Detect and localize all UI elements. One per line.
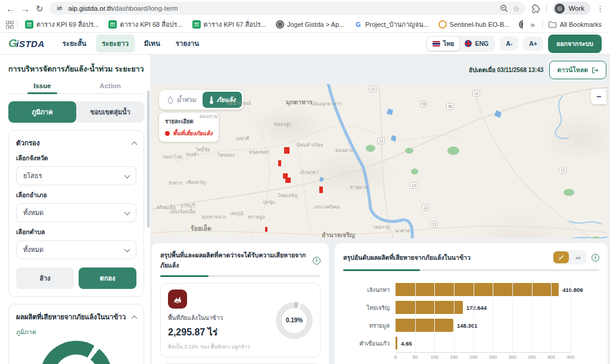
axis-tick-label: 200 xyxy=(469,354,477,360)
mode-basin-button[interactable]: ขอบเขตลุ่มน้ำ xyxy=(76,101,144,123)
uk-flag-icon xyxy=(465,40,472,47)
address-bar[interactable]: aip.gistda.or.th/dashboard/long-term ☆ xyxy=(49,2,526,15)
damage-title: ผลผลิตที่เสียหายจากภัยแล้งในนาข้าว xyxy=(16,312,126,322)
flood-layer-button[interactable]: น้ำท่วม xyxy=(161,92,203,108)
summary-card: สรุปพื้นที่และผลผลิตที่คาดว่าจะได้รับควา… xyxy=(152,243,329,364)
apps-grid-icon[interactable] xyxy=(6,21,14,29)
back-button[interactable]: ← xyxy=(6,4,15,13)
drought-risk-zone[interactable] xyxy=(265,227,267,232)
bookmarks-divider xyxy=(17,20,18,29)
bookmarks-overflow-button[interactable]: » xyxy=(527,20,538,29)
gridline xyxy=(415,281,416,352)
forward-button[interactable]: → xyxy=(21,4,30,13)
sidebar-scrollbar[interactable] xyxy=(147,91,150,228)
bar[interactable] xyxy=(396,337,397,350)
bookmark-item[interactable]: Sentinel-hub EO-B... xyxy=(435,18,513,30)
production-metric-button[interactable] xyxy=(553,251,569,263)
bookmark-item[interactable]: ตาราง KPI 69 สื่อปร... xyxy=(21,17,102,32)
bar[interactable] xyxy=(396,301,463,314)
subdistrict-select[interactable]: ทั้งหมด xyxy=(16,240,136,259)
download-button[interactable]: ดาวน์โหลด xyxy=(549,61,606,79)
browser-menu-button[interactable]: ⋮ xyxy=(596,5,604,13)
profile-button[interactable]: Work xyxy=(553,2,590,15)
lang-english-button[interactable]: ENG xyxy=(459,37,494,51)
map[interactable]: น้ำท่วม ภัยแล้ง รายละเอียด พื้นที่เสี่ยง… xyxy=(152,84,608,238)
axis-tick-label: 350 xyxy=(528,354,536,360)
browser-toolbar: ← → ↻ aip.gistda.or.th/dashboard/long-te… xyxy=(0,0,610,17)
font-decrease-button[interactable]: A- xyxy=(500,36,518,51)
map-legend-item: พื้นที่เสี่ยงภัยแล้ง xyxy=(165,129,213,138)
extensions-icon[interactable] xyxy=(531,4,540,13)
map-place-label: เสนางคนิคม xyxy=(314,203,340,211)
province-select[interactable]: ยโสธร xyxy=(16,166,136,185)
bookmark-item[interactable] xyxy=(515,18,523,30)
map-place-label: ชานุมาน xyxy=(350,183,368,191)
damage-header[interactable]: ผลผลิตที่เสียหายจากภัยแล้งในนาข้าว xyxy=(16,312,136,322)
site-settings-icon[interactable] xyxy=(55,4,64,13)
thermometer-icon xyxy=(209,96,214,104)
axis-tick-label: 400 xyxy=(547,354,555,360)
drought-risk-zone[interactable] xyxy=(278,160,281,166)
gistda-logo[interactable]: GiSTDA xyxy=(8,37,45,50)
axis-tick-label: 250 xyxy=(489,354,497,360)
area-metric-button[interactable] xyxy=(570,251,586,263)
filter-panel: ตัวกรอง เลือกจังหวัด ยโสธร เลือกอำเภอ ทั… xyxy=(8,130,144,297)
damage-donut-chart[interactable]: ภัยแล้ง xyxy=(40,341,113,364)
map-zoom-out-button[interactable]: − xyxy=(591,89,606,104)
filter-header[interactable]: ตัวกรอง xyxy=(16,138,136,148)
district-select[interactable]: ทั้งหมด xyxy=(16,203,136,222)
drought-area-label: พื้นที่ภัยแล้งในนาข้าว xyxy=(168,313,270,322)
nav-item-รายงาน[interactable]: รายงาน xyxy=(170,35,205,52)
bookmark-item[interactable]: Joget Gistda > Ap... xyxy=(272,18,348,30)
info-icon[interactable]: i xyxy=(592,254,599,262)
collapse-chevron-icon xyxy=(132,141,138,147)
tab-issue[interactable]: Issue xyxy=(8,82,76,94)
clear-button[interactable]: ล้าง xyxy=(16,267,74,289)
nav-item-ระยะยาว[interactable]: ระยะยาว xyxy=(96,35,135,52)
updated-timestamp: อัปเดตเมื่อ 03/11/2568 13:43 xyxy=(469,66,543,74)
bar[interactable] xyxy=(396,319,453,332)
export-icon xyxy=(592,67,599,74)
bookmark-item[interactable]: GProject_บ้านกาญจน... xyxy=(350,17,432,32)
nav-item-มีเทน[interactable]: มีเทน xyxy=(138,35,166,52)
bar-category-label: เลิงนกทา xyxy=(343,285,396,294)
map-place-label: กุดชุม xyxy=(263,198,275,206)
bar-chart-rows: เลิงนกทา419.809ไทยเจริญ172.644ทรายมูล148… xyxy=(343,281,571,352)
mode-region-button[interactable]: ภูมิภาค xyxy=(8,101,76,123)
tab-action[interactable]: Action xyxy=(76,82,144,94)
bookmark-item[interactable]: ตาราง KPI 67 สื่อปร... xyxy=(189,17,270,32)
zoom-out-page-icon[interactable] xyxy=(500,4,508,13)
drought-risk-zone[interactable] xyxy=(285,178,291,183)
map-place-label: เมยวดี xyxy=(236,135,249,142)
bookmark-item[interactable]: ตาราง KPI 68 สื่อปร... xyxy=(105,17,186,32)
drought-risk-zone[interactable] xyxy=(284,147,290,154)
map-place-label: นิคมคำสร้อย xyxy=(297,141,323,149)
bar[interactable] xyxy=(396,283,559,296)
rank-card-header: สรุปอันดับผลผลิตที่เสียหายจากภัยแล้งในนา… xyxy=(343,250,599,265)
district-label: เลือกอำเภอ xyxy=(16,190,136,200)
bookmark-label: ตาราง KPI 69 สื่อปร... xyxy=(36,19,99,30)
map-place-label: ร่องคำ xyxy=(185,151,199,158)
bookmark-label: Project_บ้านกาญจน... xyxy=(365,19,428,30)
reload-button[interactable]: ↻ xyxy=(36,4,43,13)
gridline xyxy=(454,281,455,352)
gridline xyxy=(474,281,474,352)
bookmark-star-icon[interactable]: ☆ xyxy=(513,4,520,13)
lang-thai-button[interactable]: ไทย xyxy=(427,37,459,51)
mode-switch: ภูมิภาค ขอบเขตลุ่มน้ำ xyxy=(8,101,144,123)
map-place-label: จังหาร xyxy=(169,179,182,187)
font-increase-button[interactable]: A+ xyxy=(523,36,543,51)
submit-button[interactable]: ตกลง xyxy=(79,267,136,289)
all-bookmarks-button[interactable]: All Bookmarks xyxy=(546,21,604,28)
bar-value-label: 4.65 xyxy=(401,340,412,347)
gauge-label: 0.19% xyxy=(282,308,307,333)
bar-track: 172.644 xyxy=(396,301,571,314)
all-bookmarks-label: All Bookmarks xyxy=(560,21,602,28)
bookmarks-list: ตาราง KPI 69 สื่อปร...ตาราง KPI 68 สื่อป… xyxy=(21,17,523,32)
info-icon[interactable]: i xyxy=(313,257,320,265)
map-place-label: นาตาล xyxy=(395,227,410,235)
nav-item-ระยะสั้น[interactable]: ระยะสั้น xyxy=(57,35,92,52)
map-place-label: ทรายมูล xyxy=(248,213,265,221)
logout-button[interactable]: ออกจากระบบ xyxy=(548,35,602,53)
drought-risk-zone[interactable] xyxy=(319,186,323,193)
